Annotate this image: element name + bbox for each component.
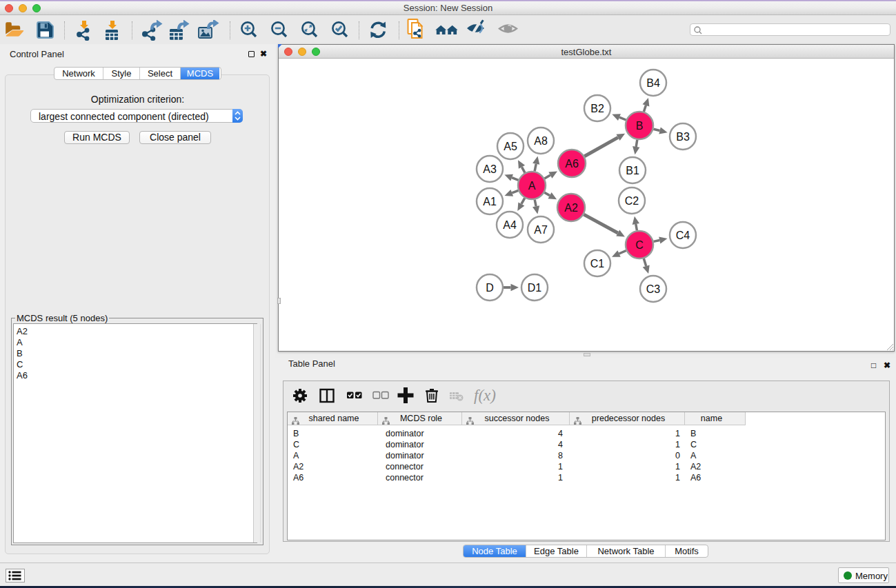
svg-text:f(x): f(x) (474, 387, 496, 404)
svg-text:A2: A2 (564, 202, 578, 214)
svg-text:C: C (635, 239, 644, 251)
svg-text:A4: A4 (503, 219, 517, 231)
svg-text:B2: B2 (590, 103, 604, 114)
svg-text:B4: B4 (646, 77, 660, 89)
svg-text:A6: A6 (565, 158, 579, 170)
svg-text:A: A (528, 180, 536, 192)
svg-text:C1: C1 (590, 258, 605, 270)
svg-text:C4: C4 (676, 230, 690, 241)
svg-text:C2: C2 (625, 195, 639, 207)
svg-text:A3: A3 (483, 163, 497, 175)
svg-text:A8: A8 (534, 135, 548, 147)
svg-text:D: D (486, 282, 494, 294)
svg-text:B: B (636, 120, 644, 132)
svg-text:A1: A1 (483, 196, 497, 207)
svg-text:C3: C3 (646, 283, 661, 295)
svg-text:B1: B1 (626, 165, 639, 176)
svg-text:A5: A5 (504, 141, 517, 152)
svg-text:D1: D1 (528, 282, 542, 294)
svg-text:B3: B3 (676, 131, 690, 143)
svg-text:A7: A7 (534, 224, 548, 236)
